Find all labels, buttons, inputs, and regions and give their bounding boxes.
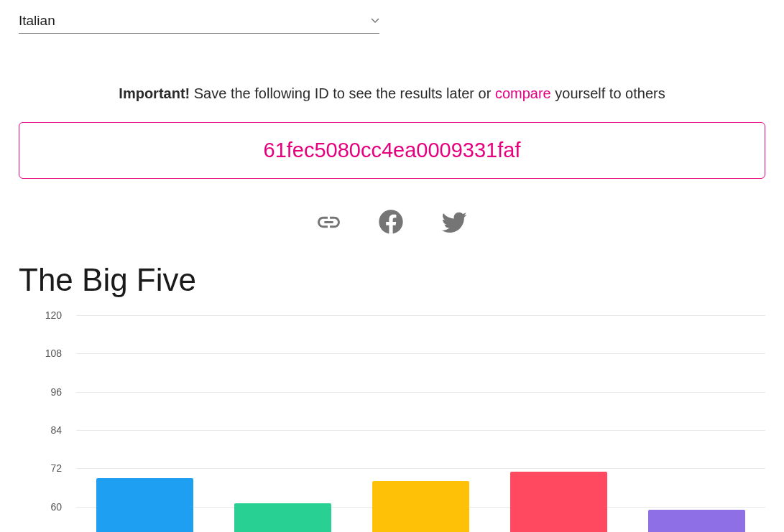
chart-title: The Big Five (19, 262, 765, 298)
chart-bar (234, 503, 331, 532)
language-select[interactable]: Italian (19, 11, 379, 34)
important-text-after: yourself to others (551, 85, 665, 101)
chart-y-tick: 60 (33, 501, 69, 513)
chevron-down-icon (371, 16, 379, 26)
twitter-icon[interactable] (440, 207, 469, 236)
result-id-box: 61fec5080cc4ea0009331faf (19, 122, 765, 179)
chart-y-tick: 96 (33, 386, 69, 398)
chart-y-axis: 60728496108120 (33, 315, 69, 532)
compare-link[interactable]: compare (495, 85, 551, 101)
chart-y-tick: 120 (33, 309, 69, 321)
chart-y-tick: 72 (33, 462, 69, 474)
link-icon[interactable] (315, 209, 342, 235)
chart-area: 60728496108120 (33, 315, 765, 532)
chart-bar (96, 478, 193, 532)
chart-y-tick: 84 (33, 424, 69, 436)
share-row (19, 207, 765, 236)
chart-bars (76, 315, 765, 532)
important-label: Important! (119, 85, 190, 101)
chart-bar (510, 472, 607, 532)
chart-bar (372, 481, 469, 532)
language-selected-value: Italian (19, 13, 55, 29)
important-text-before: Save the following ID to see the results… (190, 85, 495, 101)
chart-bar (648, 510, 745, 532)
chart-y-tick: 108 (33, 347, 69, 359)
important-notice: Important! Save the following ID to see … (19, 85, 765, 102)
facebook-icon[interactable] (377, 207, 405, 236)
chart-plot (76, 315, 765, 532)
